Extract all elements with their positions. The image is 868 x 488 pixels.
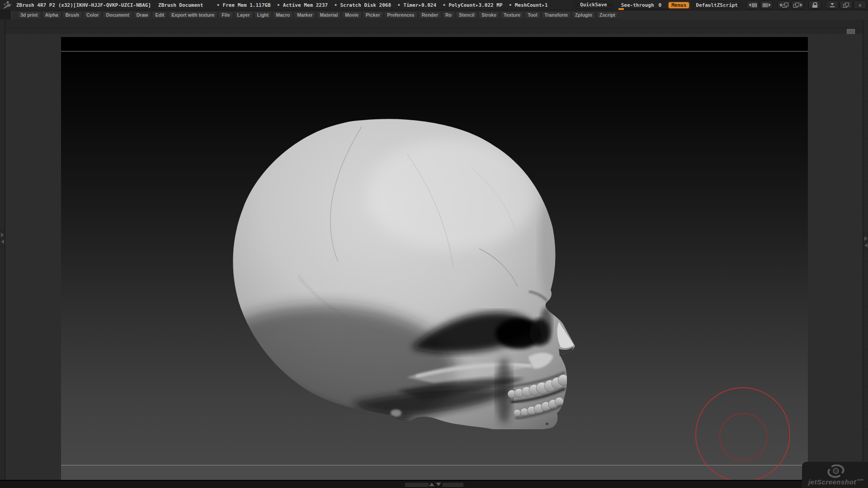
menus-toggle-button[interactable]: Menus	[668, 2, 689, 9]
arrow-left-icon	[1, 239, 4, 244]
workspace-background	[5, 34, 863, 481]
lock-button[interactable]	[808, 1, 821, 9]
scroll-left-button[interactable]	[746, 1, 759, 9]
memory-stat: Timer▸0.024	[397, 2, 436, 8]
menu-item[interactable]: Zplugin	[572, 11, 595, 19]
menu-item[interactable]: Marker	[294, 11, 316, 19]
brush-cursor	[693, 385, 793, 481]
menu-item[interactable]: 3d print	[17, 11, 41, 19]
menu-item[interactable]: Export with texture	[168, 11, 217, 19]
cascade-right-icon	[800, 3, 802, 7]
jetscreenshot-logo-icon	[823, 465, 849, 478]
menu-item[interactable]: Preferences	[384, 11, 418, 19]
right-tray-divider[interactable]	[863, 19, 868, 481]
bottom-tray-arrows[interactable]	[429, 483, 441, 486]
document-top-edge	[61, 51, 808, 52]
document-canvas[interactable]	[61, 37, 808, 481]
arrow-right-icon	[864, 236, 868, 241]
menu-item[interactable]: Macro	[273, 11, 293, 19]
lock-icon	[812, 2, 818, 8]
horizontal-scrollbar-thumb[interactable]	[847, 29, 855, 34]
menu-item[interactable]: Edit	[152, 11, 167, 19]
default-zscript-button[interactable]: DefaultZScript	[692, 1, 742, 9]
bottom-tray-divider[interactable]	[405, 482, 429, 488]
toolbar-gap	[0, 19, 868, 28]
menu-item[interactable]: Draw	[133, 11, 151, 19]
menu-item[interactable]: Brush	[62, 11, 82, 19]
minimize-button[interactable]	[826, 1, 839, 9]
memory-stats: Free Mem 1.117GBActive Mem 2237Scratch D…	[217, 2, 547, 8]
menu-item[interactable]: Layer	[234, 11, 253, 19]
scroll-right-button[interactable]	[760, 1, 773, 9]
menu-item[interactable]: Ro	[442, 11, 455, 19]
arrow-up-icon	[429, 483, 434, 486]
menu-item[interactable]: Texture	[500, 11, 524, 19]
menu-item[interactable]: Transform	[542, 11, 571, 19]
memory-stat: PolyCount▸3.022 MP	[443, 2, 502, 8]
close-icon: ✕	[859, 3, 862, 8]
arrow-right-icon	[1, 233, 4, 237]
canvas-top-band	[61, 37, 808, 51]
bottom-tray-divider[interactable]	[442, 482, 464, 488]
quicksave-button[interactable]: QuickSave	[574, 1, 613, 9]
see-through-label: See-through	[621, 2, 654, 8]
see-through-slider[interactable]: See-through 0	[616, 0, 666, 10]
menu-item[interactable]: Movie	[342, 11, 362, 19]
menu-item[interactable]: Picker	[363, 11, 383, 19]
memory-stat: Scratch Disk 2068	[334, 2, 391, 8]
titlebar-controls: QuickSave See-through 0 Menus DefaultZSc…	[574, 0, 868, 10]
watermark-text: jetScreenshot.com	[808, 478, 863, 485]
cascade-left-icon	[779, 3, 782, 7]
title-bar: ZBrush 4R7 P2 (x32)[IKHV-HJJF-QVKP-UZCI-…	[0, 0, 868, 10]
right-tray-arrows[interactable]	[863, 232, 868, 252]
zbrush-window: ZBrush 4R7 P2 (x32)[IKHV-HJJF-QVKP-UZCI-…	[0, 0, 868, 488]
scroll-left-icon	[749, 3, 751, 7]
arrow-down-icon	[436, 483, 441, 486]
cascade-left-button[interactable]	[777, 1, 790, 9]
app-title: ZBrush 4R7 P2 (x32)[IKHV-HJJF-QVKP-UZCI-…	[16, 2, 151, 8]
restore-button[interactable]	[840, 1, 853, 9]
skull-sculpt	[217, 113, 588, 429]
menu-item[interactable]: Document	[103, 11, 132, 19]
document-title: ZBrush Document	[158, 2, 203, 8]
menu-item[interactable]: Color	[83, 11, 102, 19]
windows-icon	[793, 3, 799, 8]
see-through-thumb[interactable]	[618, 8, 624, 10]
memory-stat: Free Mem 1.117GB	[217, 2, 270, 8]
menu-item[interactable]: Alpha	[42, 11, 61, 19]
menu-items: 3d printAlphaBrushColorDocumentDrawEditE…	[17, 11, 618, 19]
left-tray-divider[interactable]	[0, 19, 5, 481]
zbrush-logo-icon	[2, 0, 13, 9]
menu-item[interactable]: Material	[317, 11, 341, 19]
left-tray-arrows[interactable]	[0, 228, 5, 248]
scroll-right-icon	[769, 3, 771, 7]
menu-item[interactable]: Stroke	[478, 11, 500, 19]
menu-item[interactable]: Zscript	[596, 11, 618, 19]
memory-stat: MeshCount▸1	[509, 2, 548, 8]
restore-icon	[843, 3, 849, 8]
menu-item[interactable]: Light	[254, 11, 272, 19]
jetscreenshot-watermark: jetScreenshot.com	[802, 462, 868, 488]
menu-item[interactable]: Tool	[524, 11, 540, 19]
arrow-left-icon	[864, 243, 868, 248]
menu-item[interactable]: File	[218, 11, 233, 19]
menu-item[interactable]: Stencil	[456, 11, 477, 19]
left-tray-tab[interactable]	[0, 10, 11, 19]
menu-bar: 3d printAlphaBrushColorDocumentDrawEditE…	[0, 10, 868, 19]
bottom-tray-bar	[0, 480, 868, 488]
see-through-value: 0	[659, 2, 662, 8]
memory-stat: Active Mem 2237	[277, 2, 328, 8]
menu-item[interactable]: Render	[419, 11, 441, 19]
close-button[interactable]: ✕	[854, 1, 867, 9]
cascade-right-button[interactable]	[791, 1, 804, 9]
see-through-track	[618, 9, 668, 9]
minimize-icon	[830, 3, 835, 7]
windows-icon	[783, 3, 788, 8]
